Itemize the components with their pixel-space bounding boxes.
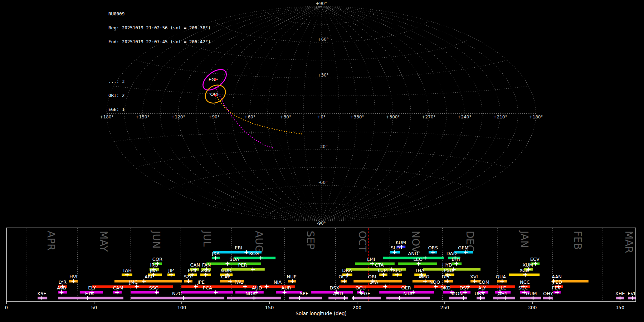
shower-label-PSU: PSU [444, 268, 453, 273]
map-lat-label: -30° [318, 144, 328, 149]
shower-label-EVI: EVI [628, 291, 635, 296]
peak-marker-CAM [115, 291, 119, 294]
peak-marker-SDA [225, 262, 229, 266]
shower-label-OCT: OCT [338, 274, 348, 279]
peak-marker-NTA [398, 296, 402, 300]
shower-label-THA: THA [415, 268, 425, 273]
map-lat-label: -60° [318, 180, 328, 185]
shower-label-OCU: OCU [355, 285, 366, 291]
shower-label-SLD: SLD [391, 245, 400, 250]
shower-label-DSV: DSV [459, 285, 469, 291]
shower-label-DPC: DPC [441, 274, 451, 279]
shower-label-JEA: JEA [150, 268, 157, 273]
peak-marker-PAU [243, 285, 247, 289]
month-label-jul: JUL [201, 230, 213, 247]
activity-timeline-chart: APRMAYJUNJULAUGSEPOCTNOVDECJANFEBMARKUME… [5, 228, 636, 316]
shower-label-PCA: PCA [203, 285, 212, 291]
shower-label-GEM: GEM [458, 245, 469, 250]
peak-marker-ORS [431, 250, 435, 254]
shower-label-URS: URS [475, 291, 484, 296]
map-lon-label: +240° [458, 114, 472, 119]
shower-label-QUA: QUA [496, 274, 506, 279]
peak-marker-QUA [500, 279, 504, 283]
shower-label-ORS: ORS [428, 245, 438, 250]
shower-label-SPE: SPE [300, 291, 308, 296]
shower-label-KUM: KUM [396, 240, 406, 245]
month-label-mar: MAR [623, 231, 635, 253]
peak-marker-JXA [214, 256, 218, 260]
map-lat-label: -90° [317, 221, 326, 226]
shower-label-XHE: XHE [615, 291, 625, 296]
shower-bar-EGE [352, 297, 381, 299]
shower-label-NOO: NOO [429, 279, 440, 285]
shower-bar-PCA [181, 291, 233, 294]
shower-label-JXA: JXA [211, 251, 220, 256]
peak-marker-ARI [142, 279, 146, 283]
peak-marker-LMI [370, 262, 374, 266]
map-lat-label: +60° [317, 37, 328, 42]
map-lon-label: +270° [422, 114, 436, 119]
shower-label-AUD: AUD [252, 285, 262, 291]
shower-label-AND: AND [408, 251, 418, 256]
peak-marker-KCG [259, 256, 263, 260]
shower-label-CTA: CTA [375, 262, 384, 268]
shower-label-XVI: XVI [470, 274, 478, 279]
peak-marker-NIA [265, 285, 269, 289]
shower-label-NTA: NTA [403, 291, 413, 296]
peak-marker-SSG [155, 291, 158, 294]
shower-bar-ARI [114, 280, 182, 283]
shower-label-JLE: JLE [499, 285, 506, 291]
shower-label-DAD: DAD [447, 251, 457, 256]
peak-marker-ECV [533, 262, 537, 266]
peak-marker-URS [478, 296, 482, 300]
shower-label-NZC: NZC [172, 291, 182, 296]
count-ori: ORI: 2 [108, 93, 221, 98]
peak-marker-MON [461, 296, 465, 300]
shower-bar-NTA [386, 297, 430, 299]
month-labels: APRMAYJUNJULAUGSEPOCTNOVDECJANFEBMAR [45, 230, 635, 253]
x-tick-label: 150 [265, 305, 274, 310]
shower-label-RPU: RPU [392, 268, 402, 273]
peak-marker-DSV [463, 291, 467, 294]
peak-marker-EGE [352, 296, 356, 300]
peak-marker-ZCS [204, 273, 208, 277]
x-tick-label: 200 [353, 305, 362, 310]
peak-marker-OCT [342, 279, 346, 283]
shower-label-JMC: JMC [129, 279, 138, 285]
shower-label-HYD: HYD [442, 262, 452, 268]
shower-label-JIP: JIP [168, 268, 174, 273]
map-lon-label: +60° [244, 114, 255, 119]
peak-marker-NOO [434, 285, 438, 289]
shower-label-OER: OER [401, 285, 411, 291]
shower-label-SZC: SZC [184, 274, 193, 279]
shower-label-FAN: FAN [202, 262, 211, 268]
separator-line: ----------------------------------------… [108, 53, 221, 58]
peak-marker-ERI [244, 250, 248, 254]
shower-label-PPS: PPS [188, 268, 196, 273]
shower-label-TAH: TAH [122, 268, 132, 273]
x-tick-label: 300 [528, 305, 537, 310]
shower-label-NDA: NDA [245, 291, 256, 296]
x-axis-ticks: 050100150200250300350 [5, 302, 625, 310]
shower-label-EHY: EHY [452, 257, 461, 262]
peak-marker-JMC [135, 285, 139, 289]
shower-label-KCG: KCG [249, 251, 259, 256]
peak-marker-XVI [473, 279, 477, 283]
month-label-aug: AUG [253, 231, 265, 253]
peak-marker-JIP [169, 273, 173, 277]
peak-marker-AVB [59, 291, 63, 294]
shower-label-ARI: ARI [145, 274, 152, 279]
shower-label-SSG: SSG [149, 285, 159, 291]
count-unidentified: ...: 3 [108, 79, 221, 84]
shower-label-ERI: ERI [235, 245, 242, 250]
end-time: End: 20251019 22:07:45 (sol = 206.42°) [108, 39, 221, 44]
peak-marker-PER [251, 268, 255, 272]
shower-label-ALY: ALY [478, 285, 486, 291]
map-lon-label: +180° [529, 114, 543, 119]
peak-marker-HVI [72, 279, 75, 283]
radiant-map-screen: +180°+150°+120°+90°+60°+30°+0°+330°+300°… [0, 0, 644, 322]
shower-label-CAM: CAM [113, 285, 123, 291]
map-lat-label: +30° [317, 73, 328, 78]
map-lat-labels: +90°+60°+30°-30°-60°-90° [316, 1, 328, 226]
shower-bars: KUMERISLDORSGEMJXAKCGANDDADCORSDALMILEOE… [37, 240, 636, 300]
